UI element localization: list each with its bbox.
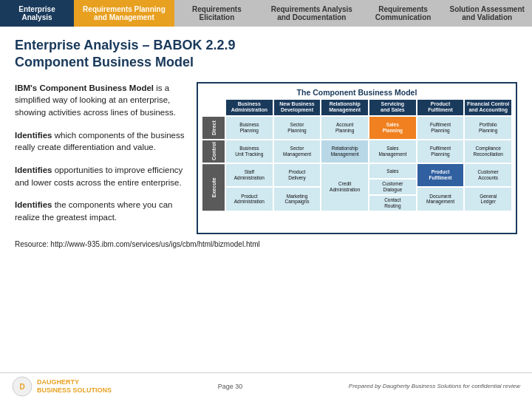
footer: D DAUGHERTY BUSINESS SOLUTIONS Page 30 P… (0, 372, 532, 399)
footer-page-number: Page 30 (218, 383, 243, 390)
cbm-header-row: BusinessAdministration New BusinessDevel… (226, 100, 511, 115)
cbm-diagram: The Component Business Model BusinessAdm… (197, 82, 517, 234)
svg-text:D: D (19, 383, 24, 391)
cbm-cell-c1: SectorManagement (274, 140, 321, 163)
cbm-row-label-execute: Execute (202, 164, 225, 211)
cbm-cell-e4b: DocumentManagement (417, 188, 464, 211)
cbm-cell-e3b: CustomerDialogue (369, 180, 416, 194)
cbm-col-header-3: Servicingand Sales (369, 100, 416, 115)
nav-enterprise-analysis[interactable]: Enterprise Analysis (0, 0, 74, 27)
nav-req-analysis[interactable]: Requirements Analysis and Documentation (259, 0, 364, 27)
cbm-cell-e3a: Sales (369, 164, 416, 179)
cbm-cell-c2: RelationshipManagement (321, 140, 368, 163)
cbm-cell-e5a: CustomerAccounts (465, 164, 511, 187)
cbm-cell-d1: SectorPlanning (274, 117, 321, 139)
cbm-cell-e5b: GeneralLedger (465, 188, 511, 211)
cbm-row-label-control: Control (202, 140, 225, 163)
cbm-cell-d4: FulfilmentPlanning (417, 117, 464, 139)
nav-req-planning[interactable]: Requirements Planning and Management (74, 0, 174, 27)
cbm-grid: BusinessAdministration New BusinessDevel… (202, 100, 511, 211)
page-title: Enterprise Analysis – BABOK 2.2.9 Compon… (15, 37, 517, 72)
daugherty-logo-icon: D (12, 376, 33, 397)
footer-logo: D DAUGHERTY BUSINESS SOLUTIONS (12, 376, 112, 397)
cbm-cell-e3c: ContactRouting (369, 196, 416, 211)
cbm-cell-d2: AccountPlanning (321, 117, 368, 139)
text-block-3: Identifies opportunities to improve effi… (15, 164, 185, 188)
cbm-title: The Component Business Model (202, 88, 511, 97)
cbm-row-control: Control BusinessUnit Tracking SectorMana… (202, 140, 511, 163)
cbm-cell-c0: BusinessUnit Tracking (226, 140, 273, 163)
cbm-col-header-2: RelationshipManagement (321, 100, 368, 115)
nav-solution-assessment[interactable]: Solution Assessment and Validation (442, 0, 532, 27)
cbm-col-header-1: New BusinessDevelopment (274, 100, 321, 115)
text-block-2: Identifies which components of the busin… (15, 129, 185, 154)
nav-req-communication[interactable]: Requirements Communication (364, 0, 443, 27)
left-text-column: IBM's Component Business Model is a simp… (15, 82, 185, 234)
footer-prepared-by: Prepared by Daugherty Business Solutions… (349, 383, 520, 389)
cbm-cell-c4: FulfilmentPlanning (417, 140, 464, 163)
cbm-cell-e2a: CreditAdministration (321, 164, 368, 211)
nav-req-elicitation[interactable]: Requirements Elicitation (174, 0, 259, 27)
cbm-execute-col0: StaffAdministration ProductAdministratio… (226, 164, 273, 211)
cbm-cell-d5: PortfolioPlanning (465, 117, 511, 139)
top-navigation: Enterprise Analysis Requirements Plannin… (0, 0, 532, 27)
cbm-cell-e1b: MarketingCampaigns (274, 188, 321, 211)
cbm-col-header-5: Financial Controland Accounting (465, 100, 511, 115)
cbm-cell-e0a: StaffAdministration (226, 164, 273, 187)
cbm-execute-col5: CustomerAccounts GeneralLedger (465, 164, 511, 211)
content-area: IBM's Component Business Model is a simp… (15, 82, 517, 234)
cbm-col-header-0: BusinessAdministration (226, 100, 273, 115)
text-block-4: Identifies the components where you can … (15, 199, 185, 223)
footer-logo-text: DAUGHERTY BUSINESS SOLUTIONS (37, 378, 112, 395)
cbm-row-direct: Direct BusinessPlanning SectorPlanning A… (202, 117, 511, 139)
resource-text: Resource: http://www-935.ibm.com/service… (15, 240, 517, 248)
cbm-execute-col2: CreditAdministration (321, 164, 368, 211)
text-block-1: IBM's Component Business Model is a simp… (15, 82, 185, 119)
cbm-cell-c5: ComplianceReconciliation (465, 140, 511, 163)
cbm-row-execute: Execute StaffAdministration ProductAdmin… (202, 164, 511, 211)
cbm-execute-col4: ProductFulfilment DocumentManagement (417, 164, 464, 211)
cbm-cell-d0: BusinessPlanning (226, 117, 273, 139)
cbm-execute-col1: ProductDelivery MarketingCampaigns (274, 164, 321, 211)
cbm-cell-e0b: ProductAdministration (226, 188, 273, 211)
main-content: Enterprise Analysis – BABOK 2.2.9 Compon… (0, 27, 532, 248)
cbm-cell-e4a: ProductFulfilment (417, 164, 464, 187)
cbm-cell-d3: SalesPlanning (369, 117, 416, 139)
cbm-execute-col3: Sales CustomerDialogue ContactRouting (369, 164, 416, 211)
cbm-col-header-4: ProductFulfilment (417, 100, 464, 115)
cbm-row-label-direct: Direct (202, 117, 225, 139)
cbm-cell-c3: SalesManagement (369, 140, 416, 163)
cbm-cell-e1a: ProductDelivery (274, 164, 321, 187)
